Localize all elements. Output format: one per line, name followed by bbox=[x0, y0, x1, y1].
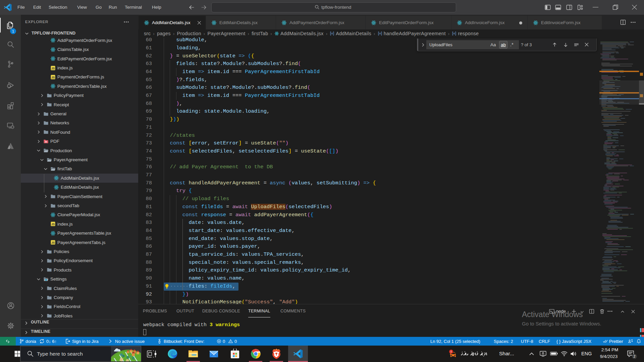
svg-text:JS: JS bbox=[51, 67, 55, 70]
svg-text:JS: JS bbox=[51, 223, 55, 226]
svg-text:JS: JS bbox=[51, 76, 55, 79]
svg-text:JS: JS bbox=[51, 241, 55, 244]
svg-text:!: ! bbox=[451, 350, 452, 353]
